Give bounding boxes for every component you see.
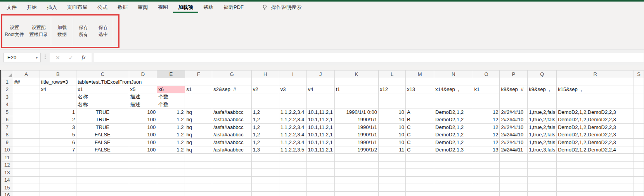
tab-insert[interactable]: 插入 (42, 2, 62, 13)
cell-H2[interactable]: v2 (251, 86, 279, 93)
cell-L14[interactable] (379, 176, 406, 184)
row-header-3[interactable]: 3 (2, 93, 13, 101)
cell-S9[interactable] (634, 139, 644, 146)
cell-H9[interactable]: 1,2 (251, 139, 279, 146)
cell-R12[interactable] (557, 161, 634, 169)
cell-O14[interactable] (473, 176, 500, 184)
cell-E1[interactable] (157, 78, 185, 86)
cell-H1[interactable] (251, 78, 279, 86)
cell-F16[interactable] (185, 191, 212, 196)
cell-L6[interactable]: 10 (379, 116, 406, 124)
cell-K14[interactable] (334, 176, 378, 184)
cell-L16[interactable] (379, 191, 406, 196)
set-root-file-button[interactable]: 设置 Root文件 (2, 15, 26, 47)
cell-L15[interactable] (379, 184, 406, 192)
col-header-Q[interactable]: Q (528, 70, 557, 78)
cell-D2[interactable]: x5 (129, 86, 157, 93)
cell-B12[interactable] (40, 161, 76, 169)
cell-C14[interactable] (76, 176, 129, 184)
tab-foxit-pdf[interactable]: 福昕PDF (218, 2, 249, 13)
cell-B1[interactable]: title_rows=3 (40, 78, 76, 86)
insert-function-icon[interactable]: fx (81, 55, 85, 61)
cell-C5[interactable]: TRUE (76, 108, 129, 116)
cell-S5[interactable] (634, 108, 644, 116)
cell-B6[interactable]: 2 (40, 116, 76, 124)
cell-H10[interactable]: 1,3 (251, 146, 279, 154)
cell-F15[interactable] (185, 184, 212, 192)
cell-B14[interactable] (40, 176, 76, 184)
cell-C13[interactable] (76, 169, 129, 177)
set-config-root-dir-button[interactable]: 设置配 置根目录 (26, 15, 51, 47)
cell-O1[interactable] (473, 78, 500, 86)
cell-F4[interactable] (185, 101, 212, 108)
cell-E11[interactable] (157, 154, 185, 162)
cell-A5[interactable] (13, 108, 40, 116)
cell-Q1[interactable] (528, 78, 557, 86)
cell-M13[interactable] (406, 169, 434, 177)
cell-G9[interactable]: /asfa#aabbcc (212, 139, 252, 146)
cell-K12[interactable] (334, 161, 378, 169)
cell-K16[interactable] (334, 191, 378, 196)
cell-I14[interactable] (279, 176, 306, 184)
cell-E10[interactable]: 1.2 (157, 146, 185, 154)
cell-S6[interactable] (634, 116, 644, 124)
cell-R2[interactable]: k15&sep=, (557, 86, 634, 93)
row-header-6[interactable]: 6 (2, 116, 13, 124)
cell-H5[interactable]: 1,2 (251, 108, 279, 116)
cell-S10[interactable] (634, 146, 644, 154)
cell-I8[interactable]: 1.1,2.2,3.4 (279, 131, 306, 139)
cell-G4[interactable] (212, 101, 252, 108)
cell-B13[interactable] (40, 169, 76, 177)
cell-Q3[interactable] (528, 93, 557, 101)
cell-F13[interactable] (185, 169, 212, 177)
cell-I7[interactable]: 1.1,2.2,3.4 (279, 124, 306, 131)
cell-D13[interactable] (129, 169, 157, 177)
cell-F14[interactable] (185, 176, 212, 184)
cell-F3[interactable] (185, 93, 212, 101)
cell-C1[interactable]: table=test.TbExcelFromJson (76, 78, 157, 86)
row-header-2[interactable]: 2 (2, 86, 13, 93)
cell-G13[interactable] (212, 169, 252, 177)
cell-S11[interactable] (634, 154, 644, 162)
cell-P6[interactable]: 2#2#4#10 (500, 116, 528, 124)
cell-C4[interactable]: 名称 (76, 101, 129, 108)
cell-S1[interactable] (634, 78, 644, 86)
cell-L11[interactable] (379, 154, 406, 162)
cell-M16[interactable] (406, 191, 434, 196)
cell-F1[interactable] (185, 78, 212, 86)
cell-E8[interactable]: 1.2 (157, 131, 185, 139)
cell-D8[interactable]: 100 (129, 131, 157, 139)
cell-H7[interactable]: 1,2 (251, 124, 279, 131)
row-header-1[interactable]: 1 (2, 78, 13, 86)
cell-M4[interactable] (406, 101, 434, 108)
cell-R6[interactable]: DemoD2,1,2,DemoD2,2,3 (557, 116, 634, 124)
cell-M15[interactable] (406, 184, 434, 192)
cell-P7[interactable]: 2#2#4#10 (500, 124, 528, 131)
cell-D11[interactable] (129, 154, 157, 162)
cell-J3[interactable] (306, 93, 334, 101)
cell-E2[interactable]: x6 (157, 86, 185, 93)
cell-L3[interactable] (379, 93, 406, 101)
cell-B9[interactable]: 6 (40, 139, 76, 146)
cell-R11[interactable] (557, 154, 634, 162)
cell-E7[interactable]: 1.2 (157, 124, 185, 131)
cell-K2[interactable]: t1 (334, 86, 378, 93)
tab-help[interactable]: 帮助 (198, 2, 218, 13)
cell-G6[interactable]: /asfa#aabbcc (212, 116, 252, 124)
tab-page-layout[interactable]: 页面布局 (62, 2, 92, 13)
cell-A7[interactable] (13, 124, 40, 131)
cell-J9[interactable]: 10.1,11.2,1 (306, 139, 334, 146)
cell-O11[interactable] (473, 154, 500, 162)
cell-I13[interactable] (279, 169, 306, 177)
cell-G10[interactable]: /asfa#aabbcc (212, 146, 252, 154)
cell-Q10[interactable]: 1,true,3,fals (528, 146, 557, 154)
cell-J1[interactable] (306, 78, 334, 86)
cell-D16[interactable] (129, 191, 157, 196)
cell-L2[interactable]: x12 (379, 86, 406, 93)
cell-I2[interactable]: v3 (279, 86, 306, 93)
cell-L10[interactable]: 11 (379, 146, 406, 154)
cell-A12[interactable] (13, 161, 40, 169)
cell-G16[interactable] (212, 191, 252, 196)
tell-me-search[interactable]: 操作说明搜索 (262, 2, 301, 13)
cell-L9[interactable]: 10 (379, 139, 406, 146)
